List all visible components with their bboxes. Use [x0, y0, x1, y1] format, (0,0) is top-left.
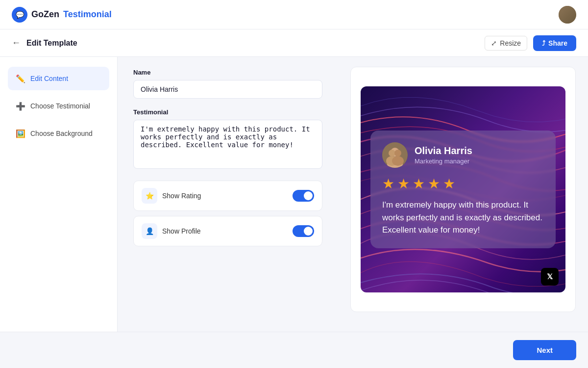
profile-icon: 👤 — [146, 227, 154, 235]
subheader-left: ← Edit Template — [12, 38, 77, 48]
star-4: ★ — [428, 176, 440, 192]
svg-point-6 — [392, 156, 404, 166]
logo-icon: 💬 — [12, 7, 27, 23]
show-profile-label: Show Profile — [162, 227, 201, 235]
page-title: Edit Template — [26, 39, 77, 48]
share-button[interactable]: ⤴ Share — [533, 35, 576, 51]
show-profile-toggle[interactable] — [293, 225, 314, 237]
name-label: Name — [133, 69, 322, 76]
edit-panel: Name Testimonial I'm extremely happy wit… — [118, 57, 338, 368]
show-rating-slider — [293, 190, 314, 202]
card-profile-name: Olivia Harris — [415, 145, 472, 157]
main-content: ✏️ Edit Content ➕ Choose Testimonial 🖼️ … — [0, 57, 588, 368]
sidebar-item-edit-content[interactable]: ✏️ Edit Content — [8, 67, 109, 90]
svg-point-4 — [394, 150, 401, 157]
sidebar-item-choose-background-label: Choose Background — [30, 130, 93, 137]
show-profile-slider — [293, 225, 314, 237]
footer: Next — [0, 332, 588, 368]
resize-label: Resize — [500, 39, 521, 47]
show-rating-row: ⭐ Show Rating — [133, 181, 322, 211]
profile-info: Olivia Harris Marketing manager — [415, 145, 472, 165]
name-input[interactable] — [133, 80, 322, 99]
star-2: ★ — [397, 176, 410, 192]
subheader: ← Edit Template ⤢ Resize ⤴ Share — [0, 29, 588, 57]
preview-panel: Olivia Harris Marketing manager ★ ★ ★ ★ … — [338, 57, 588, 368]
show-profile-left: 👤 Show Profile — [142, 223, 201, 239]
star-1: ★ — [382, 176, 394, 192]
share-icon: ⤴ — [542, 39, 545, 47]
sidebar-item-choose-testimonial[interactable]: ➕ Choose Testimonial — [8, 94, 109, 118]
logo: 💬 GoZenTestimonial — [12, 7, 112, 23]
edit-content-icon: ✏️ — [16, 74, 25, 83]
testimonial-textarea[interactable]: I'm extremely happy with this product. I… — [133, 120, 322, 169]
card-content: Olivia Harris Marketing manager ★ ★ ★ ★ … — [370, 131, 556, 248]
card-stars: ★ ★ ★ ★ ★ — [382, 176, 544, 192]
logo-testimonial-text: Testimonial — [63, 9, 112, 20]
avatar-svg — [382, 142, 408, 168]
svg-point-3 — [389, 150, 395, 157]
resize-button[interactable]: ⤢ Resize — [485, 36, 527, 51]
sidebar: ✏️ Edit Content ➕ Choose Testimonial 🖼️ … — [0, 57, 118, 368]
star-5: ★ — [443, 176, 455, 192]
preview-container: Olivia Harris Marketing manager ★ ★ ★ ★ … — [350, 67, 576, 312]
share-label: Share — [548, 39, 567, 47]
user-avatar[interactable] — [559, 6, 576, 24]
star-3: ★ — [413, 176, 425, 192]
subheader-right: ⤢ Resize ⤴ Share — [485, 35, 576, 51]
next-button[interactable]: Next — [513, 340, 576, 360]
star-icon: ⭐ — [146, 192, 154, 200]
logo-gozen-text: GoZen — [31, 9, 59, 20]
sidebar-item-choose-testimonial-label: Choose Testimonial — [30, 102, 90, 110]
sidebar-item-choose-background[interactable]: 🖼️ Choose Background — [8, 122, 109, 145]
back-icon: ← — [12, 38, 21, 48]
avatar-image — [559, 6, 576, 24]
card-background: Olivia Harris Marketing manager ★ ★ ★ ★ … — [361, 86, 565, 292]
rating-icon-wrapper: ⭐ — [142, 188, 157, 204]
show-profile-row: 👤 Show Profile — [133, 216, 322, 246]
show-rating-toggle[interactable] — [293, 190, 314, 202]
profile-avatar — [382, 142, 408, 168]
show-rating-left: ⭐ Show Rating — [142, 188, 201, 204]
x-icon: 𝕏 — [541, 268, 559, 286]
card-profile: Olivia Harris Marketing manager — [382, 142, 544, 168]
testimonial-field-group: Testimonial I'm extremely happy with thi… — [133, 108, 322, 171]
show-rating-label: Show Rating — [162, 192, 201, 200]
sidebar-item-edit-content-label: Edit Content — [30, 75, 68, 82]
app-header: 💬 GoZenTestimonial — [0, 0, 588, 29]
testimonial-label: Testimonial — [133, 108, 322, 116]
choose-background-icon: 🖼️ — [16, 129, 25, 138]
choose-testimonial-icon: ➕ — [16, 101, 25, 111]
name-field-group: Name — [133, 69, 322, 99]
profile-icon-wrapper: 👤 — [142, 223, 157, 239]
resize-icon: ⤢ — [491, 39, 497, 47]
card-preview: Olivia Harris Marketing manager ★ ★ ★ ★ … — [361, 86, 565, 292]
card-profile-role: Marketing manager — [415, 158, 472, 165]
card-testimonial-text: I'm extremely happy with this product. I… — [382, 199, 544, 237]
back-button[interactable]: ← — [12, 38, 21, 48]
